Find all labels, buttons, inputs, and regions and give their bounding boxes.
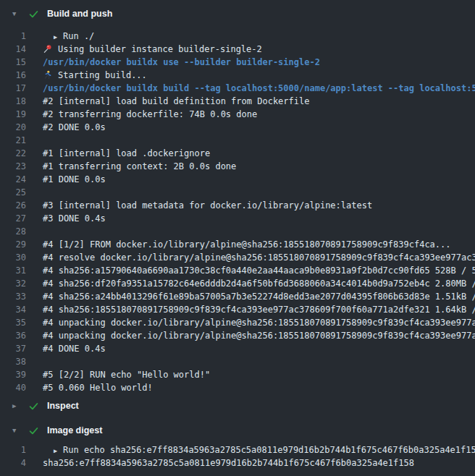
- line-text: #3 [internal] load metadata for docker.i…: [26, 199, 475, 212]
- line-number[interactable]: 33: [0, 290, 26, 303]
- line-number[interactable]: 26: [0, 199, 26, 212]
- line-text: #1 [internal] load .dockerignore: [26, 147, 475, 160]
- log-line: 26#3 [internal] load metadata for docker…: [0, 199, 475, 212]
- runner-icon: [43, 69, 53, 82]
- log-line: 4sha256:e7ff8834a5963a2785c5a0811e979d16…: [0, 456, 475, 469]
- line-number[interactable]: 22: [0, 147, 26, 160]
- workflow-log: ▼ Build and push 1▶Run ./14Using builder…: [0, 0, 475, 469]
- line-number[interactable]: 24: [0, 173, 26, 186]
- line-number[interactable]: 34: [0, 303, 26, 316]
- line-number[interactable]: 28: [0, 225, 26, 238]
- line-number[interactable]: 18: [0, 95, 26, 108]
- line-number[interactable]: 40: [0, 381, 26, 394]
- log-line: 22#1 [internal] load .dockerignore: [0, 147, 475, 160]
- section-header-build-and-push[interactable]: ▼ Build and push: [0, 4, 475, 24]
- line-number[interactable]: 21: [0, 134, 26, 147]
- section-title: Inspect: [47, 401, 79, 411]
- section-title: Image digest: [47, 425, 102, 435]
- log-line: 1▶Run ./: [0, 30, 475, 43]
- chevron-down-icon[interactable]: ▼: [12, 4, 22, 24]
- line-number[interactable]: 31: [0, 264, 26, 277]
- log-line: 21: [0, 134, 475, 147]
- expand-icon[interactable]: ▶: [54, 444, 63, 456]
- log-line: 14Using builder instance builder-single-…: [0, 43, 475, 56]
- log-line: 28: [0, 225, 475, 238]
- line-number[interactable]: 29: [0, 238, 26, 251]
- check-icon: [28, 401, 39, 412]
- line-text: #4 sha256:a24bb4013296f61e89ba57005a7b3e…: [26, 290, 475, 303]
- line-number[interactable]: 27: [0, 212, 26, 225]
- line-text: sha256:e7ff8834a5963a2785c5a0811e979d16b…: [26, 456, 475, 469]
- line-text: #2 DONE 0.0s: [26, 121, 475, 134]
- line-number[interactable]: 4: [0, 456, 26, 469]
- log-section-inspect: ▶ Inspect: [0, 396, 475, 416]
- chevron-right-icon[interactable]: ▶: [12, 396, 22, 416]
- line-text: Using builder instance builder-single-2: [26, 43, 475, 56]
- line-number[interactable]: 14: [0, 43, 26, 56]
- line-number[interactable]: 23: [0, 160, 26, 173]
- line-text: ▶Run echo sha256:e7ff8834a5963a2785c5a08…: [26, 443, 475, 456]
- log-line: 20#2 DONE 0.0s: [0, 121, 475, 134]
- log-line: 37#4 DONE 0.4s: [0, 342, 475, 355]
- line-number[interactable]: 25: [0, 186, 26, 199]
- line-text: /usr/bin/docker buildx build --tag local…: [26, 82, 475, 95]
- line-text: ▶Run ./: [26, 30, 475, 43]
- line-number[interactable]: 30: [0, 251, 26, 264]
- log-lines: 1▶Run echo sha256:e7ff8834a5963a2785c5a0…: [0, 443, 475, 469]
- log-line: 1▶Run echo sha256:e7ff8834a5963a2785c5a0…: [0, 443, 475, 456]
- log-line: 15/usr/bin/docker buildx use --builder b…: [0, 56, 475, 69]
- line-text: #4 sha256:a15790640a6690aa1730c38cf0a440…: [26, 264, 475, 277]
- log-line: 16Starting build...: [0, 69, 475, 82]
- line-number[interactable]: 38: [0, 355, 26, 368]
- expand-icon[interactable]: ▶: [54, 30, 63, 43]
- line-number[interactable]: 39: [0, 368, 26, 381]
- line-number[interactable]: 37: [0, 342, 26, 355]
- line-number[interactable]: 36: [0, 329, 26, 342]
- log-line: 38: [0, 355, 475, 368]
- pushpin-icon: [43, 43, 53, 56]
- line-number[interactable]: 16: [0, 69, 26, 82]
- line-text: [26, 225, 475, 238]
- line-text: #5 0.060 Hello world!: [26, 381, 475, 394]
- log-section-build-and-push: ▼ Build and push 1▶Run ./14Using builder…: [0, 0, 475, 394]
- log-line: 31#4 sha256:a15790640a6690aa1730c38cf0a4…: [0, 264, 475, 277]
- line-text: [26, 355, 475, 368]
- log-line: 18#2 [internal] load build definition fr…: [0, 95, 475, 108]
- line-text: #5 [2/2] RUN echo "Hello world!": [26, 368, 475, 381]
- log-line: 19#2 transferring dockerfile: 74B 0.0s d…: [0, 108, 475, 121]
- line-number[interactable]: 19: [0, 108, 26, 121]
- line-text: #4 sha256:185518070891758909c9f839cf4ca3…: [26, 303, 475, 316]
- line-text: #4 sha256:df20fa9351a15782c64e6dddb2d4a6…: [26, 277, 475, 290]
- line-text: #2 [internal] load build definition from…: [26, 95, 475, 108]
- log-line: 17/usr/bin/docker buildx build --tag loc…: [0, 82, 475, 95]
- line-number[interactable]: 15: [0, 56, 26, 69]
- check-icon: [28, 9, 39, 20]
- line-number[interactable]: 1: [0, 443, 26, 456]
- log-line: 27#3 DONE 0.4s: [0, 212, 475, 225]
- log-line: 35#4 unpacking docker.io/library/alpine@…: [0, 316, 475, 329]
- line-text: [26, 134, 475, 147]
- log-line: 23#1 transferring context: 2B 0.0s done: [0, 160, 475, 173]
- section-header-image-digest[interactable]: ▼ Image digest: [0, 420, 475, 441]
- check-icon: [28, 425, 39, 436]
- line-text: Starting build...: [26, 69, 475, 82]
- line-number[interactable]: 1: [0, 30, 26, 43]
- line-text: #4 [1/2] FROM docker.io/library/alpine@s…: [26, 238, 475, 251]
- log-line: 29#4 [1/2] FROM docker.io/library/alpine…: [0, 238, 475, 251]
- log-lines: 1▶Run ./14Using builder instance builder…: [0, 30, 475, 394]
- line-text: #2 transferring dockerfile: 74B 0.0s don…: [26, 108, 475, 121]
- line-text: #1 transferring context: 2B 0.0s done: [26, 160, 475, 173]
- line-number[interactable]: 17: [0, 82, 26, 95]
- line-text: #3 DONE 0.4s: [26, 212, 475, 225]
- line-text: [26, 186, 475, 199]
- log-line: 34#4 sha256:185518070891758909c9f839cf4c…: [0, 303, 475, 316]
- section-header-inspect[interactable]: ▶ Inspect: [0, 396, 475, 416]
- line-number[interactable]: 20: [0, 121, 26, 134]
- line-number[interactable]: 32: [0, 277, 26, 290]
- section-title: Build and push: [47, 9, 112, 19]
- log-line: 25: [0, 186, 475, 199]
- chevron-down-icon[interactable]: ▼: [12, 420, 22, 441]
- line-number[interactable]: 35: [0, 316, 26, 329]
- log-line: 33#4 sha256:a24bb4013296f61e89ba57005a7b…: [0, 290, 475, 303]
- line-text: /usr/bin/docker buildx use --builder bui…: [26, 56, 475, 69]
